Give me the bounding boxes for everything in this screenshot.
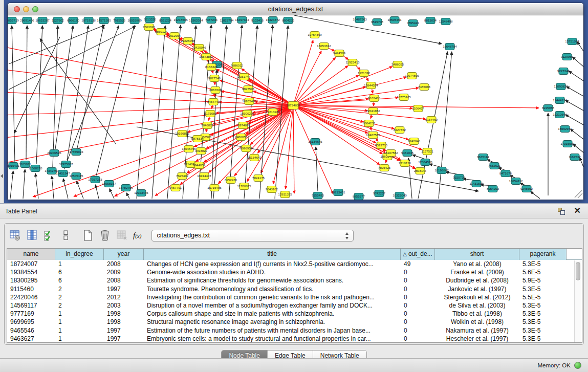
cell-out_degree[interactable]: 0: [401, 268, 435, 276]
graph-node-selected[interactable]: 8454749: [207, 99, 220, 105]
graph-node[interactable]: 7895421: [407, 20, 420, 27]
graph-node[interactable]: 20206526: [47, 150, 61, 157]
table-row[interactable]: 969969511998Structural magnetic resonanc…: [7, 318, 582, 326]
graph-node-selected[interactable]: 2867608: [209, 87, 222, 94]
cell-short[interactable]: Wolkin et al. (1998): [435, 318, 519, 326]
cell-name[interactable]: 9463627: [7, 335, 55, 343]
cell-in_degree[interactable]: 1: [55, 318, 104, 326]
graph-node[interactable]: 12444134: [553, 97, 567, 104]
table-row[interactable]: 1456911722003Disruption of a novel membe…: [7, 301, 582, 310]
graph-node-selected[interactable]: 2486055: [391, 61, 404, 68]
cell-name[interactable]: 19384554: [7, 268, 55, 276]
graph-node[interactable]: 20691406: [20, 17, 34, 24]
cell-pagerank[interactable]: 5.3E-5: [519, 285, 567, 293]
cell-year[interactable]: 2008: [104, 276, 144, 285]
graph-node[interactable]: 16451947: [56, 170, 70, 177]
graph-node[interactable]: 10362014: [189, 17, 203, 24]
cell-title[interactable]: Disruption of a novel member of a sodium…: [144, 301, 401, 310]
graph-node-selected[interactable]: 8604237: [363, 120, 376, 127]
graph-node[interactable]: 9150724: [453, 174, 466, 181]
graph-node[interactable]: 11823794: [220, 17, 234, 24]
cell-out_degree[interactable]: 0: [401, 335, 435, 343]
cell-year[interactable]: 1997: [104, 335, 144, 343]
graph-node-selected[interactable]: 9154469: [425, 117, 438, 123]
graph-node[interactable]: 16782759: [119, 185, 133, 191]
graph-node[interactable]: 16053809: [127, 17, 142, 24]
graph-node-selected[interactable]: 8427552: [394, 127, 406, 134]
graph-node[interactable]: 11431505: [469, 181, 484, 187]
graph-node[interactable]: 18055719: [8, 17, 19, 24]
graph-node-selected[interactable]: 18775105: [397, 94, 411, 101]
graph-node-selected[interactable]: 12811325: [278, 191, 292, 198]
cell-name[interactable]: 18724007: [7, 260, 55, 268]
cell-pagerank[interactable]: 5.6E-5: [519, 268, 567, 276]
table-row[interactable]: 1938455462009Genome-wide association stu…: [7, 268, 582, 276]
cell-year[interactable]: 1997: [104, 326, 144, 335]
graph-node-selected[interactable]: 7485083: [418, 84, 431, 91]
cell-year[interactable]: 1998: [104, 318, 144, 326]
cell-pagerank[interactable]: 5.3E-5: [519, 318, 567, 326]
network-window-titlebar[interactable]: citations_edges.txt: [8, 3, 583, 15]
collapse-arrow-icon[interactable]: [1, 174, 3, 178]
table-row[interactable]: 977716911998Corpus callosum shape and si…: [7, 310, 582, 318]
graph-node-selected[interactable]: 15134641: [247, 155, 262, 161]
graph-node-selected[interactable]: 16543862: [199, 54, 213, 60]
cell-title[interactable]: Investigating the contribution of common…: [144, 293, 401, 301]
graph-node-selected[interactable]: 9102418: [368, 95, 381, 102]
table-selector-dropdown[interactable]: citations_edges.txt: [151, 230, 354, 242]
table-vertical-scrollbar[interactable]: [574, 260, 581, 342]
cell-out_degree[interactable]: 0: [401, 276, 435, 285]
graph-node[interactable]: 7915526: [113, 17, 126, 24]
cell-short[interactable]: Tibbo et al. (1998): [435, 310, 519, 318]
cell-title[interactable]: Estimation of the future numbers of pati…: [144, 326, 401, 335]
graph-node-selected[interactable]: 10974895: [405, 73, 419, 79]
cell-title[interactable]: Changes of HCN gene expression and I(f) …: [144, 260, 401, 268]
cell-name[interactable]: 9465546: [7, 326, 55, 335]
graph-node-selected[interactable]: 2718126: [399, 160, 411, 167]
graph-node[interactable]: 16210643: [553, 112, 567, 118]
cell-year[interactable]: 1998: [104, 310, 144, 318]
graph-node[interactable]: 12093822: [554, 83, 568, 90]
cell-out_degree[interactable]: 0: [401, 293, 435, 301]
graph-node-selected[interactable]: 9175085: [204, 111, 217, 117]
cell-title[interactable]: Embryonic stem cells: a model to study s…: [144, 335, 401, 343]
graph-node[interactable]: 9129966: [561, 54, 574, 60]
graph-node[interactable]: 3915401: [8, 163, 20, 169]
cell-name[interactable]: 14569117: [7, 301, 55, 310]
cell-year[interactable]: 1997: [104, 285, 144, 293]
graph-node-selected[interactable]: 2803144: [414, 168, 427, 174]
graph-node[interactable]: 32975887: [59, 161, 73, 168]
graph-node[interactable]: 6966160: [67, 17, 80, 24]
graph-node[interactable]: 17359924: [69, 149, 83, 156]
graph-node[interactable]: 15324372: [266, 17, 280, 24]
graph-node[interactable]: 9519708: [371, 19, 384, 26]
graph-node-selected[interactable]: 8252470: [225, 177, 237, 184]
cell-title[interactable]: Estimation of significance thresholds fo…: [144, 276, 401, 285]
cell-title[interactable]: Structural magnetic resonance image aver…: [144, 318, 401, 326]
cell-out_degree[interactable]: 49: [401, 260, 435, 268]
graph-node[interactable]: 10196862: [434, 167, 449, 174]
table-row[interactable]: 2242004622012Investigating the contribut…: [7, 293, 582, 301]
graph-node[interactable]: 9102416: [251, 17, 264, 24]
close-panel-icon[interactable]: ✕: [574, 206, 581, 215]
cell-year[interactable]: 2009: [104, 268, 144, 276]
left-panel-divider[interactable]: [0, 0, 4, 203]
graph-node-selected[interactable]: 9912954: [168, 33, 181, 39]
graph-node[interactable]: 9155493: [312, 192, 324, 199]
cell-name[interactable]: 18300295: [7, 276, 55, 285]
resize-grip[interactable]: [575, 190, 582, 198]
graph-node-selected[interactable]: 18724007: [286, 102, 300, 110]
graph-node-selected[interactable]: 16914473: [197, 173, 211, 180]
graph-node[interactable]: 15751074: [565, 38, 579, 45]
column-header-out_degree[interactable]: △out_de...: [401, 249, 435, 260]
cell-short[interactable]: de Silva et al. (2003): [435, 301, 519, 310]
graph-node[interactable]: 17016504: [560, 141, 575, 147]
graph-node-selected[interactable]: 9827546: [208, 75, 221, 82]
citation-network-graph[interactable]: 1805571920691406106532871527602696616010…: [8, 15, 583, 200]
graph-node[interactable]: 11548498: [439, 18, 453, 25]
graph-node-selected[interactable]: 9519710: [375, 142, 388, 149]
graph-node[interactable]: 11568293: [28, 165, 42, 172]
cell-out_degree[interactable]: 0: [401, 285, 435, 293]
graph-node-selected[interactable]: 11925415: [345, 59, 360, 66]
network-view-window[interactable]: citations_edges.txt 18055719206914061065…: [7, 3, 584, 200]
